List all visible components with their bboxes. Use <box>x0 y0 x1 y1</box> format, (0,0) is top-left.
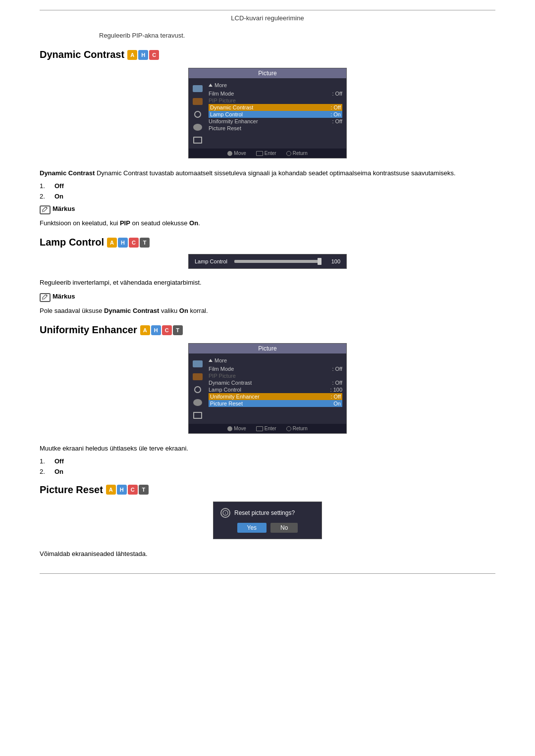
svg-text:i: i <box>225 511 226 515</box>
osd-icon-ue-5 <box>191 410 204 421</box>
osd-row-dyncon-dc: Dynamic Contrast : Off <box>209 104 342 111</box>
osd-menu-dc: Picture <box>188 68 347 158</box>
osd-dynamic-contrast: Picture <box>40 68 495 158</box>
footer-enter-label-dc: Enter <box>265 151 276 156</box>
osd-icon-ue-1 <box>191 358 204 369</box>
ue-num-1: 1. <box>40 457 54 465</box>
osd-row-lamp-dc: Lamp Control : On <box>209 111 342 118</box>
lamp-control-heading: Lamp Control A H C T <box>40 237 495 248</box>
footer-move-label-dc: Move <box>234 151 246 156</box>
reset-label-ue: Picture Reset <box>210 401 243 406</box>
dc-note-box: Märkus <box>40 205 495 214</box>
badge-a-pr: A <box>106 485 116 495</box>
osd-icon-ue-4 <box>191 397 204 408</box>
osd-row-uni-dc: Uniformity Enhancer : Off <box>209 118 342 125</box>
osd-content-ue: More Film Mode : Off PIP Picture Dynamic… <box>207 357 346 422</box>
uni-value-ue: : Off <box>330 394 341 400</box>
reset-dialog-buttons: Yes No <box>220 523 315 533</box>
badge-c-dc: C <box>149 50 159 60</box>
film-label-ue: Film Mode <box>209 366 234 372</box>
osd-body-ue: More Film Mode : Off PIP Picture Dynamic… <box>189 355 346 424</box>
osd-menu-ue: Picture <box>188 343 347 434</box>
picture-reset-title: Picture Reset <box>40 484 103 496</box>
reset-dialog-icon: i <box>220 508 230 518</box>
reset-no-button[interactable]: No <box>270 523 298 533</box>
lamp-value: 100 <box>326 258 340 264</box>
dc-label-on: On <box>54 193 63 200</box>
pencil-icon-lc <box>42 295 49 301</box>
dc-label-ue: Dynamic Contrast <box>209 380 252 386</box>
lamp-slider-box: Lamp Control 100 <box>188 254 347 269</box>
ue-label-off: Off <box>54 457 64 465</box>
pip-label-ue: PIP Picture <box>209 373 236 379</box>
osd-content-dc: More Film Mode : Off PIP Picture Dynamic… <box>207 82 346 147</box>
osd-title-dc: Picture <box>189 68 346 78</box>
dc-note-label: Märkus <box>53 205 75 212</box>
osd-icon-4 <box>191 122 204 133</box>
page-container: LCD-kuvari reguleerimine Reguleerib PIP-… <box>0 0 535 756</box>
dc-list-item-1: 1. Off <box>40 182 495 190</box>
ue-list-item-1: 1. Off <box>40 457 495 465</box>
lamp-label-dc: Lamp Control <box>210 111 243 117</box>
osd-title-ue: Picture <box>189 344 346 353</box>
dynamic-contrast-title: Dynamic Contrast <box>40 49 124 60</box>
uniformity-heading: Uniformity Enhancer A H C T <box>40 324 495 336</box>
bottom-border <box>40 573 495 574</box>
move-icon-dc <box>227 151 232 156</box>
dc-num-1: 1. <box>40 182 54 190</box>
badge-h-pr: H <box>117 485 127 495</box>
arrow-up-dc <box>209 84 213 87</box>
ue-description: Muutke ekraani heledus ühtlaseks üle ter… <box>40 444 495 454</box>
badge-c-pr: C <box>128 485 138 495</box>
dynamic-contrast-heading: Dynamic Contrast A H C <box>40 49 495 60</box>
film-mode-label-dc: Film Mode <box>209 91 234 97</box>
osd-icon-5 <box>191 135 204 146</box>
osd-more-dc: More <box>209 82 342 88</box>
dc-description: Dynamic Contrast Dynamic Contrast tuvast… <box>40 168 495 178</box>
lamp-control-title: Lamp Control <box>40 237 104 248</box>
lamp-slider-container: Lamp Control 100 <box>40 254 495 269</box>
dc-value-ue: : Off <box>332 380 342 386</box>
badge-h-dc: H <box>138 50 148 60</box>
osd-row-film-mode-dc: Film Mode : Off <box>209 90 342 97</box>
osd-row-pip-ue: PIP Picture <box>209 372 342 379</box>
reset-dialog: i Reset picture settings? Yes No <box>213 502 322 539</box>
osd-footer-ue: Move Enter Return <box>189 424 346 433</box>
osd-row-reset-dc: Picture Reset <box>209 125 342 132</box>
osd-row-pip-dc: PIP Picture <box>209 97 342 104</box>
picture-reset-dialog-container: i Reset picture settings? Yes No <box>40 502 495 539</box>
picture-reset-heading: Picture Reset A H C T <box>40 484 495 496</box>
dyncon-value-dc: : Off <box>330 104 341 110</box>
pip-label-dc: PIP Picture <box>209 98 236 103</box>
dc-note-pip: PIP <box>120 219 130 227</box>
osd-more-ue: More <box>209 357 342 363</box>
osd-row-uni-ue: Uniformity Enhancer : Off <box>209 393 342 400</box>
osd-icon-2 <box>191 96 204 107</box>
lc-note-box: Märkus <box>40 293 495 302</box>
osd-icon-ue-3 <box>191 384 204 395</box>
badge-a-lc: A <box>107 238 117 248</box>
badge-t-ue: T <box>173 325 183 335</box>
enter-icon-dc <box>256 151 263 156</box>
badge-a-ue: A <box>140 325 150 335</box>
lc-description: Reguleerib inverterlampi, et vähendada e… <box>40 278 495 288</box>
osd-row-reset-ue: Picture Reset On <box>209 400 342 407</box>
footer-return-ue: Return <box>286 426 308 431</box>
osd-icons-ue <box>189 357 207 422</box>
footer-move-dc: Move <box>227 151 246 156</box>
dc-note-text: Funktsioon on keelatud, kui PIP on seatu… <box>40 218 495 228</box>
reset-value-ue: On <box>333 401 341 406</box>
dc-note-icon <box>40 205 51 214</box>
ue-list-item-2: 2. On <box>40 468 495 475</box>
info-icon: i <box>222 510 228 516</box>
move-icon-ue <box>227 426 232 431</box>
uni-label-dc: Uniformity Enhancer <box>209 118 258 124</box>
lamp-label-ue: Lamp Control <box>209 387 241 393</box>
footer-return-dc: Return <box>286 151 308 156</box>
lamp-fill <box>234 260 318 263</box>
osd-icon-1 <box>191 83 204 94</box>
reset-yes-button[interactable]: Yes <box>237 523 267 533</box>
page-title: LCD-kuvari reguleerimine <box>40 14 495 22</box>
top-border <box>40 10 495 10</box>
footer-enter-dc: Enter <box>256 151 276 156</box>
